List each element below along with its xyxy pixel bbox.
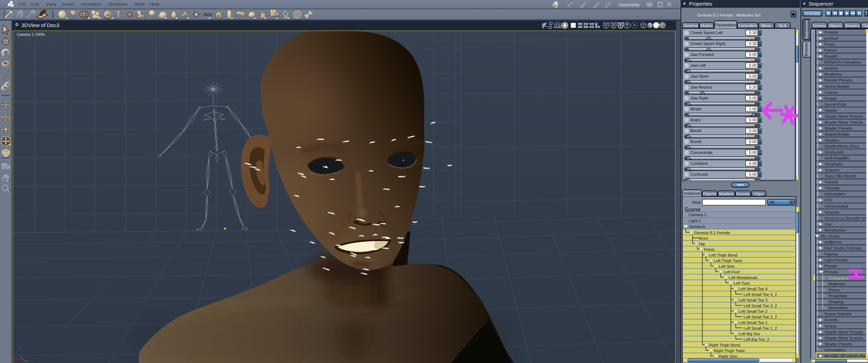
svg-text:My Library: My Library	[821, 234, 840, 238]
svg-text:Scenes: Scenes	[824, 318, 838, 322]
svg-text:Left Foot: Left Foot	[724, 270, 740, 274]
svg-text:readme: readme	[824, 66, 838, 70]
svg-text:Z: Z	[19, 346, 21, 350]
svg-text:Jaw Recess: Jaw Recess	[690, 85, 712, 89]
svg-text:Props: Props	[824, 42, 835, 46]
svg-text:Angry: Angry	[690, 118, 701, 122]
svg-text:ShaderBuilder: ShaderBuilder	[824, 132, 850, 136]
svg-text:Confident: Confident	[690, 161, 708, 166]
svg-text:Cheek Squint Right: Cheek Squint Right	[690, 41, 726, 46]
svg-text:0.00: 0.00	[749, 140, 757, 144]
svg-text:Scripts: Scripts	[824, 324, 837, 328]
svg-text:Actor: Actor	[699, 236, 708, 240]
svg-text:Bored: Bored	[690, 140, 701, 144]
svg-text:Light 1: Light 1	[689, 219, 701, 223]
svg-text:Genesis 8.1 Female: Genesis 8.1 Female	[694, 231, 730, 235]
svg-text:Properties: Properties	[829, 294, 847, 298]
svg-text:Left Toes: Left Toes	[734, 281, 750, 285]
svg-text:Materials: Materials	[829, 282, 845, 286]
svg-text:Scripts: Scripts	[824, 96, 837, 101]
svg-text:Tutorial: Tutorial	[824, 180, 838, 184]
svg-text:0.00: 0.00	[749, 150, 757, 155]
svg-text:0.30: 0.30	[749, 31, 757, 35]
svg-text:aniBlocks: aniBlocks	[824, 240, 842, 244]
svg-text:0.00: 0.00	[749, 118, 757, 122]
svg-text:Left Small Toe 4: Left Small Toe 4	[739, 287, 768, 291]
svg-text:Readmes: Readmes	[824, 72, 842, 76]
svg-text:0.00: 0.00	[749, 161, 757, 166]
svg-text:Left Small Toe 3_2: Left Small Toe 3_2	[743, 304, 777, 308]
svg-text:Shaping: Shaping	[829, 300, 843, 304]
svg-text:product: product	[824, 36, 838, 40]
svg-text:V4Converted: V4Converted	[824, 204, 848, 208]
svg-text:Left Small Toe 2: Left Small Toe 2	[739, 309, 767, 313]
svg-text:0.30: 0.30	[749, 41, 757, 46]
svg-text:Afraid: Afraid	[690, 107, 701, 111]
svg-text:0.00: 0.00	[749, 74, 757, 78]
svg-text:Left Thigh Twist: Left Thigh Twist	[714, 259, 742, 263]
svg-text:Jaw Forward: Jaw Forward	[690, 52, 714, 57]
svg-text:Pelvis: Pelvis	[704, 247, 715, 252]
svg-text:Vehicles: Vehicles	[824, 210, 840, 214]
svg-text:Uninstallers: Uninstallers	[824, 192, 845, 196]
svg-text:Render Presets: Render Presets	[824, 78, 853, 82]
svg-text:Camera 1: Camera 1	[689, 213, 707, 217]
svg-text:Left Thigh Bend: Left Thigh Bend	[709, 253, 737, 257]
svg-text:Uninstallers: Uninstallers	[824, 348, 845, 352]
svg-text:Left Small Toe 2_2: Left Small Toe 2_2	[743, 315, 777, 319]
svg-text:1.00: 1.00	[749, 107, 757, 111]
svg-text:Right Shin: Right Shin	[719, 354, 738, 358]
svg-text:Y: Y	[26, 360, 28, 363]
svg-text:Assemble: Assemble	[619, 2, 639, 7]
svg-text:Left Shin: Left Shin	[719, 264, 735, 268]
svg-text:Hip: Hip	[699, 242, 705, 246]
svg-text:Left Small Toe 1_2: Left Small Toe 1_2	[743, 326, 777, 330]
svg-text:Tutorials: Tutorials	[824, 186, 840, 190]
svg-text:Wearables: Wearables	[829, 306, 848, 310]
svg-text:Shader Mixer Presets: Shader Mixer Presets	[824, 330, 863, 334]
svg-text:Presets: Presets	[824, 270, 838, 274]
svg-text:SOA ReadMe: SOA ReadMe	[824, 156, 849, 160]
svg-text:Shader Mixer Tutorial: Shader Mixer Tutorial	[824, 120, 863, 124]
svg-text:0.00: 0.00	[749, 52, 757, 57]
svg-text:Right Thigh Bend: Right Thigh Bend	[709, 343, 740, 347]
svg-text:Jaw Left: Jaw Left	[690, 63, 706, 67]
svg-text:RDNA Pro Readmes: RDNA Pro Readmes	[824, 60, 862, 64]
svg-text:x: x	[13, 358, 15, 362]
svg-text:Left Small Toe 3: Left Small Toe 3	[739, 298, 767, 302]
svg-text:Shader Mixer Scenes: Shader Mixer Scenes	[824, 336, 863, 340]
svg-text:Left Big Toe: Left Big Toe	[739, 332, 760, 336]
svg-text:Characters: Characters	[829, 276, 848, 280]
svg-text:Gemini b: Gemini b	[689, 225, 705, 229]
svg-text:Figures: Figures	[824, 252, 838, 256]
svg-text:0.00: 0.00	[749, 63, 757, 67]
svg-text:People: People	[824, 264, 837, 268]
svg-text:My DAZ 3D Library Runtim: My DAZ 3D Library Runtim	[824, 354, 868, 358]
svg-text:Tiana OBJ Morph: Tiana OBJ Morph	[824, 174, 856, 178]
svg-text:Left Metatarsals: Left Metatarsals	[729, 276, 758, 280]
svg-text:WyrdSisters: WyrdSisters	[824, 228, 846, 232]
svg-text:Textures: Textures	[824, 168, 840, 172]
svg-text:Left Big Toe_2: Left Big Toe_2	[743, 337, 769, 342]
svg-text:0.00: 0.00	[749, 96, 757, 100]
svg-text:Vue: Vue	[824, 222, 831, 226]
svg-text:AGr: AGr	[204, 12, 212, 17]
svg-text:RawArt: RawArt	[824, 54, 838, 58]
svg-text:VInnCircus Decoder Image: VInnCircus Decoder Image	[824, 216, 868, 220]
svg-text:Templates: Templates	[824, 162, 843, 166]
svg-text:Shader Presets: Shader Presets	[824, 342, 853, 346]
svg-text:Right Thigh Twist: Right Thigh Twist	[714, 349, 745, 353]
svg-text:Confused: Confused	[690, 172, 708, 176]
svg-text:DAZ Studio Tutorials: DAZ Studio Tutorials	[824, 246, 862, 250]
svg-text:UVs: UVs	[824, 198, 832, 202]
svg-text:Shader Mixer Presets: Shader Mixer Presets	[824, 114, 863, 118]
svg-text:Scene Builder: Scene Builder	[824, 84, 850, 89]
svg-text:Jaw Right: Jaw Right	[690, 96, 708, 100]
svg-text:ShaderWorks Docs: ShaderWorks Docs	[824, 144, 859, 148]
svg-text:Python: Python	[824, 48, 837, 52]
svg-text:0.00: 0.00	[749, 129, 757, 133]
svg-text:Sickleyield: Sickleyield	[824, 150, 843, 154]
svg-text:Shader Presets: Shader Presets	[824, 126, 853, 130]
svg-text:Shaders: Shaders	[824, 138, 840, 142]
svg-text:Concentrate: Concentrate	[690, 150, 713, 155]
